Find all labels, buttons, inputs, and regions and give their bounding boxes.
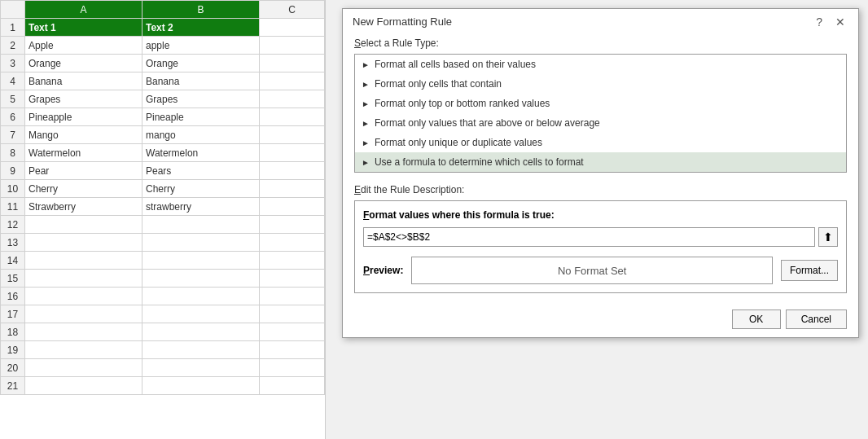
col-c-header[interactable]: C [260, 1, 325, 19]
ok-button[interactable]: OK [732, 309, 781, 329]
cell-b-1[interactable]: Text 2 [142, 19, 260, 37]
cell-b-9[interactable]: Pears [142, 162, 260, 180]
row-num-18: 18 [1, 323, 25, 341]
cell-a-13[interactable] [25, 234, 142, 252]
cell-c-8[interactable] [260, 144, 325, 162]
row-num-7: 7 [1, 126, 25, 144]
row-num-10: 10 [1, 180, 25, 198]
cell-c-9[interactable] [260, 162, 325, 180]
cell-b-7[interactable]: mango [142, 126, 260, 144]
rule-item-0[interactable]: ►Format all cells based on their values [355, 55, 846, 74]
rule-item-2[interactable]: ►Format only top or bottom ranked values [355, 94, 846, 113]
row-num-3: 3 [1, 55, 25, 72]
cell-a-8[interactable]: Watermelon [25, 144, 142, 162]
cell-a-10[interactable]: Cherry [25, 180, 142, 198]
cell-a-18[interactable] [25, 323, 142, 341]
cell-a-20[interactable] [25, 359, 142, 377]
rule-item-3[interactable]: ►Format only values that are above or be… [355, 113, 846, 133]
cell-b-2[interactable]: apple [142, 37, 260, 55]
formula-row: ⬆ [363, 227, 838, 247]
format-button[interactable]: Format... [781, 260, 838, 281]
row-num-16: 16 [1, 288, 25, 305]
cell-c-11[interactable] [260, 198, 325, 216]
cell-c-16[interactable] [260, 288, 325, 305]
dialog-title: New Formatting Rule [353, 15, 452, 28]
cell-a-19[interactable] [25, 341, 142, 359]
cell-a-6[interactable]: Pineapple [25, 108, 142, 126]
edit-rule-label: Edit the Rule Description: [354, 184, 847, 195]
cell-a-4[interactable]: Banana [25, 72, 142, 90]
dialog-footer: OK Cancel [343, 303, 858, 337]
rule-arrow-4: ► [362, 138, 370, 147]
cell-a-2[interactable]: Apple [25, 37, 142, 55]
cell-c-7[interactable] [260, 126, 325, 144]
cell-b-8[interactable]: Watermelon [142, 144, 260, 162]
cell-c-2[interactable] [260, 37, 325, 55]
cell-c-5[interactable] [260, 90, 325, 108]
formula-expand-button[interactable]: ⬆ [818, 227, 838, 247]
rule-label-2: Format only top or bottom ranked values [375, 98, 550, 109]
cell-c-4[interactable] [260, 72, 325, 90]
cell-b-20[interactable] [142, 359, 260, 377]
close-button[interactable]: ✕ [832, 16, 848, 28]
cell-c-10[interactable] [260, 180, 325, 198]
cell-a-16[interactable] [25, 288, 142, 305]
cell-b-10[interactable]: Cherry [142, 180, 260, 198]
cell-b-3[interactable]: Orange [142, 55, 260, 72]
cell-b-15[interactable] [142, 270, 260, 288]
cell-c-13[interactable] [260, 234, 325, 252]
col-a-header[interactable]: A [25, 1, 142, 19]
cell-b-17[interactable] [142, 305, 260, 323]
rule-item-5[interactable]: ►Use a formula to determine which cells … [355, 152, 846, 172]
select-rule-label: Select a Rule Type: [354, 37, 847, 49]
cell-b-4[interactable]: Banana [142, 72, 260, 90]
cell-b-19[interactable] [142, 341, 260, 359]
rule-arrow-2: ► [362, 99, 370, 108]
spreadsheet: A B C 1Text 1Text 22Appleapple3OrangeOra… [0, 0, 326, 439]
cell-c-12[interactable] [260, 216, 325, 234]
cell-a-1[interactable]: Text 1 [25, 19, 142, 37]
cell-b-18[interactable] [142, 323, 260, 341]
cell-c-18[interactable] [260, 323, 325, 341]
row-num-19: 19 [1, 341, 25, 359]
cell-c-20[interactable] [260, 359, 325, 377]
cell-c-3[interactable] [260, 55, 325, 72]
cell-c-6[interactable] [260, 108, 325, 126]
cell-a-14[interactable] [25, 252, 142, 270]
cell-b-14[interactable] [142, 252, 260, 270]
rule-type-list: ►Format all cells based on their values►… [354, 54, 847, 173]
cell-c-19[interactable] [260, 341, 325, 359]
rule-item-4[interactable]: ►Format only unique or duplicate values [355, 133, 846, 152]
cell-a-15[interactable] [25, 270, 142, 288]
cell-a-21[interactable] [25, 377, 142, 395]
row-num-13: 13 [1, 234, 25, 252]
col-b-header[interactable]: B [142, 1, 260, 19]
cell-b-5[interactable]: Grapes [142, 90, 260, 108]
cell-a-3[interactable]: Orange [25, 55, 142, 72]
cell-b-11[interactable]: strawberry [142, 198, 260, 216]
cell-c-14[interactable] [260, 252, 325, 270]
cell-a-7[interactable]: Mango [25, 126, 142, 144]
cell-a-5[interactable]: Grapes [25, 90, 142, 108]
formula-input[interactable] [363, 227, 815, 247]
rule-item-1[interactable]: ►Format only cells that contain [355, 74, 846, 94]
cell-c-21[interactable] [260, 377, 325, 395]
cell-c-15[interactable] [260, 270, 325, 288]
cell-a-12[interactable] [25, 216, 142, 234]
cell-a-9[interactable]: Pear [25, 162, 142, 180]
titlebar-controls: ? ✕ [813, 16, 848, 28]
cell-c-1[interactable] [260, 19, 325, 37]
cell-b-13[interactable] [142, 234, 260, 252]
row-num-11: 11 [1, 198, 25, 216]
cell-a-11[interactable]: Strawberry [25, 198, 142, 216]
cell-c-17[interactable] [260, 305, 325, 323]
cell-b-12[interactable] [142, 216, 260, 234]
row-num-2: 2 [1, 37, 25, 55]
cell-b-6[interactable]: Pineaple [142, 108, 260, 126]
help-button[interactable]: ? [813, 16, 826, 28]
rule-arrow-1: ► [362, 80, 370, 89]
cell-b-21[interactable] [142, 377, 260, 395]
cell-a-17[interactable] [25, 305, 142, 323]
cell-b-16[interactable] [142, 288, 260, 305]
cancel-button[interactable]: Cancel [786, 309, 847, 329]
